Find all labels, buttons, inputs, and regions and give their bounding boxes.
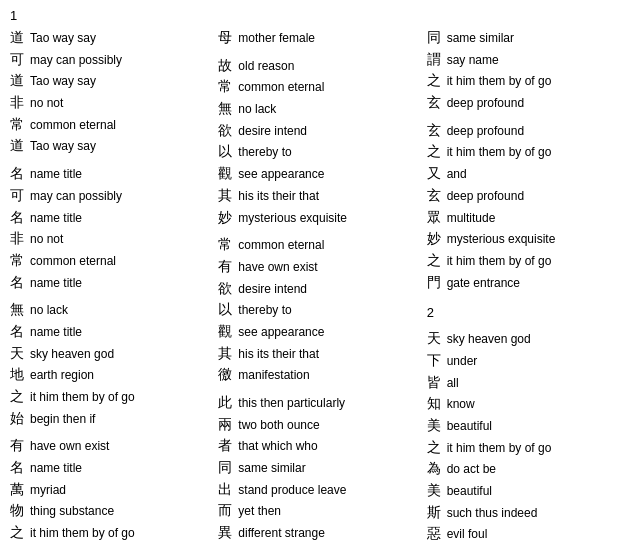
char: 而 [218, 500, 234, 522]
meaning: may can possibly [30, 51, 122, 70]
char: 以 [218, 141, 234, 163]
entry-shi1: 始 begin then if [10, 408, 210, 430]
char: 下 [427, 350, 443, 372]
meaning: same similar [447, 29, 514, 48]
char: 觀 [218, 163, 234, 185]
entry-zhi3: 之 it him them by of go [427, 70, 627, 92]
char: 可 [10, 49, 26, 71]
entry-mei2: 美 beautiful [427, 480, 627, 502]
char: 有 [218, 256, 234, 278]
char: 可 [10, 185, 26, 207]
meaning: name title [30, 323, 82, 342]
entry-wu1: 無 no lack [10, 299, 210, 321]
char: 始 [10, 408, 26, 430]
entry-jie1: 皆 all [427, 372, 627, 394]
meaning: all [447, 374, 459, 393]
char: 又 [427, 163, 443, 185]
entry-wei2: 為 do act be [427, 458, 627, 480]
meaning: beautiful [447, 417, 492, 436]
char: 美 [427, 480, 443, 502]
meaning: sky heaven god [30, 345, 114, 364]
char: 同 [218, 457, 234, 479]
char: 常 [218, 76, 234, 98]
meaning: begin then if [30, 410, 95, 429]
meaning: and [447, 165, 467, 184]
entry-ke: 可 may can possibly [10, 49, 210, 71]
meaning: name title [30, 209, 82, 228]
meaning: mysterious exquisite [447, 230, 556, 249]
entry-chu1: 出 stand produce leave [218, 479, 418, 501]
meaning: deep profound [447, 187, 524, 206]
char: 名 [10, 207, 26, 229]
meaning: desire intend [238, 280, 307, 299]
meaning: that which who [238, 437, 317, 456]
entry-qi2: 其 his its their that [218, 343, 418, 365]
entry-you1: 有 have own exist [10, 435, 210, 457]
entry-chang4: 常 common eternal [218, 234, 418, 256]
entry-ming3: 名 name title [10, 272, 210, 294]
meaning: thereby to [238, 143, 291, 162]
meaning: Tao way say [30, 137, 96, 156]
entry-fei2: 非 no not [10, 228, 210, 250]
char: 妙 [218, 207, 234, 229]
entry-zhi4: 之 it him them by of go [427, 141, 627, 163]
entry-zhi7: 之 it him them by of go [427, 437, 627, 459]
meaning: Tao way say [30, 72, 96, 91]
meaning: no not [30, 94, 63, 113]
char: 門 [427, 272, 443, 294]
meaning: have own exist [30, 437, 109, 456]
char: 同 [427, 27, 443, 49]
char: 無 [10, 299, 26, 321]
meaning: Tao way say [30, 29, 96, 48]
meaning: see appearance [238, 165, 324, 184]
entry-zhi5: 之 it him them by of go [427, 250, 627, 272]
entry-xuan2: 玄 deep profound [427, 120, 627, 142]
meaning: myriad [30, 481, 66, 500]
entry-dao1: 道 Tao way say [10, 27, 210, 49]
char: 觀 [218, 321, 234, 343]
entry-er1: 而 yet then [218, 500, 418, 522]
meaning: manifestation [238, 366, 309, 385]
char: 名 [10, 272, 26, 294]
entry-jiao1: 徼 manifestation [218, 364, 418, 386]
char: 之 [10, 522, 26, 540]
entry-wu3: 無 no lack [218, 98, 418, 120]
meaning: common eternal [238, 78, 324, 97]
char: 欲 [218, 120, 234, 142]
meaning: evil foul [447, 525, 488, 540]
char: 知 [427, 393, 443, 415]
entry-zhi6: 知 know [427, 393, 627, 415]
meaning: see appearance [238, 323, 324, 342]
char: 之 [427, 250, 443, 272]
char: 天 [10, 343, 26, 365]
char: 道 [10, 135, 26, 157]
entry-chang3: 常 common eternal [218, 76, 418, 98]
char: 惡 [427, 523, 443, 540]
entry-wan1: 萬 myriad [10, 479, 210, 501]
meaning: it him them by of go [447, 439, 552, 458]
meaning: mother female [238, 29, 315, 48]
char: 玄 [427, 185, 443, 207]
section-number-2: 2 [427, 305, 627, 320]
char: 此 [218, 392, 234, 414]
meaning: same similar [238, 459, 305, 478]
char: 道 [10, 27, 26, 49]
char: 名 [10, 321, 26, 343]
meaning: sky heaven god [447, 330, 531, 349]
meaning: it him them by of go [30, 524, 135, 540]
meaning: no lack [30, 301, 68, 320]
entry-ci1: 此 this then particularly [218, 392, 418, 414]
char: 常 [10, 250, 26, 272]
meaning: gate entrance [447, 274, 520, 293]
meaning: his its their that [238, 187, 319, 206]
char: 故 [218, 55, 234, 77]
char: 為 [427, 458, 443, 480]
meaning: thing substance [30, 502, 114, 521]
char: 徼 [218, 364, 234, 386]
entry-yi2: 以 thereby to [218, 299, 418, 321]
entry-wei1: 謂 say name [427, 49, 627, 71]
column-2: 母 mother female 故 old reason 常 common et… [218, 27, 426, 540]
meaning: common eternal [30, 116, 116, 135]
entry-yi1: 以 thereby to [218, 141, 418, 163]
entry-guan2: 觀 see appearance [218, 321, 418, 343]
